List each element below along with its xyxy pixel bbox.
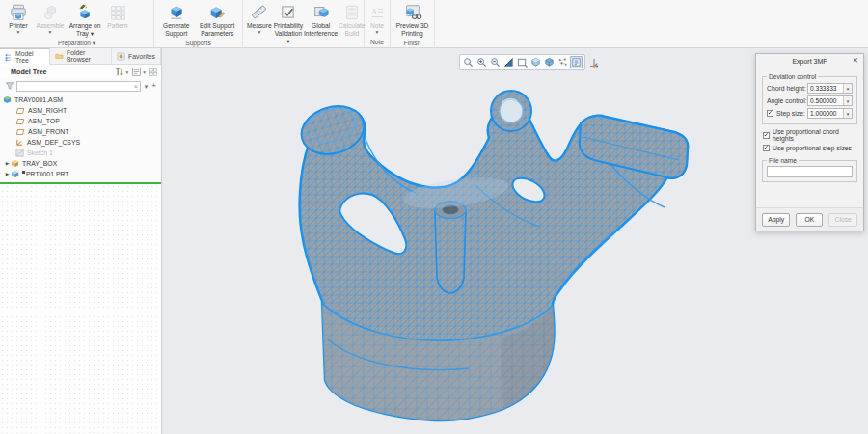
datum-plane-icon	[15, 118, 25, 125]
printer-button[interactable]: Printer ▾	[4, 2, 33, 35]
measure-button[interactable]: Measure ▾	[247, 2, 272, 35]
model-tube-ring[interactable]	[491, 91, 531, 131]
step-size-combo[interactable]: 1.000000 ▾	[807, 108, 853, 119]
file-name-legend: File name	[767, 157, 799, 164]
group-label-supports: Supports	[154, 38, 242, 48]
filter-funnel-icon[interactable]	[5, 81, 14, 91]
window-zoom-icon[interactable]	[516, 56, 529, 68]
proportional-step-sizes-checkbox[interactable]: ✓	[763, 145, 770, 151]
tree-search-box: ×	[16, 81, 141, 92]
csys-icon	[15, 138, 24, 147]
tree-empty-area	[0, 184, 161, 434]
svg-text:A: A	[371, 6, 378, 15]
datum-display-filter-icon[interactable]	[556, 56, 569, 68]
search-add-button[interactable]: +	[149, 82, 158, 90]
tree-row-sketch[interactable]: Sketch 1	[0, 148, 161, 158]
search-options-caret[interactable]: ▾	[143, 83, 150, 90]
dropdown-caret: ▾	[376, 30, 379, 36]
export-3mf-dialog: Export 3MF ✕ Deviation control Chord hei…	[755, 53, 864, 231]
tree-row-csys[interactable]: ASM_DEF_CSYS	[0, 137, 161, 148]
expand-arrow-icon[interactable]: ▶	[4, 172, 11, 176]
tree-row-datum-plane[interactable]: ASM_RIGHT	[0, 105, 161, 116]
navigator-tabs: Model Tree Folder Browser Favorites	[0, 48, 161, 65]
generate-support-icon	[167, 2, 186, 22]
printability-validation-button[interactable]: Printability Validation ▾	[274, 2, 303, 45]
chevron-down-icon[interactable]: ▾	[843, 109, 852, 118]
pattern-button: Pattern	[104, 2, 131, 30]
angle-control-label: Angle control:	[767, 97, 807, 104]
step-size-label: Step size:	[776, 110, 807, 117]
model-tree-header: Model Tree ▾ ▾	[0, 65, 161, 79]
tab-model-tree[interactable]: Model Tree	[0, 48, 50, 65]
saved-views-icon[interactable]	[529, 56, 542, 68]
edit-support-parameters-button[interactable]: Edit Support Parameters	[197, 2, 238, 38]
navigator-panel: Model Tree Folder Browser Favorites Mode…	[0, 48, 162, 434]
tree-row-datum-plane[interactable]: ASM_TOP	[0, 116, 161, 126]
tree-filters-button[interactable]	[114, 67, 124, 77]
preview-3d-printing-icon	[403, 2, 422, 22]
zoom-out-icon[interactable]	[489, 56, 502, 68]
tree-row-datum-plane[interactable]: ASM_FRONT	[0, 126, 161, 137]
tree-row-tray-box[interactable]: ▶ TRAY_BOX	[0, 158, 161, 169]
tab-folder-browser[interactable]: Folder Browser	[50, 48, 112, 64]
tree-settings-button[interactable]	[149, 68, 158, 77]
tab-favorites[interactable]: Favorites	[112, 48, 161, 64]
ribbon-group-preparation: Printer ▾ Assemble ▾ Arrange on Tray ▾	[0, 0, 154, 47]
angle-control-combo[interactable]: 0.500000 ▾	[807, 95, 853, 106]
repaint-icon[interactable]	[502, 56, 515, 68]
group-label-note: Note	[365, 37, 390, 47]
step-size-row: ✓ Step size: 1.000000 ▾	[767, 107, 853, 120]
chord-height-combo[interactable]: 0.333333 ▾	[807, 83, 853, 94]
annotations-toggle-icon[interactable]	[570, 56, 583, 68]
proportional-chord-heights-checkbox[interactable]: ✓	[763, 132, 770, 139]
dropdown-caret: ▾	[258, 30, 260, 36]
expand-arrow-icon[interactable]: ▶	[4, 161, 11, 166]
arrange-on-tray-button[interactable]: Arrange on Tray ▾	[68, 2, 102, 38]
favorites-icon	[117, 52, 125, 61]
ribbon: Printer ▾ Assemble ▾ Arrange on Tray ▾	[0, 0, 868, 48]
proportional-chord-heights-row: ✓ Use proportional chord heights	[763, 129, 857, 141]
ok-button[interactable]: OK	[796, 213, 823, 227]
chevron-down-icon[interactable]: ▾	[843, 84, 852, 93]
note-button: A Note ▾	[368, 2, 386, 35]
tree-columns-button[interactable]	[131, 67, 142, 77]
ribbon-group-finish: Preview 3D Printing Finish	[391, 0, 435, 47]
group-label-preparation[interactable]: Preparation ▾	[0, 38, 153, 48]
datum-plane-icon	[15, 128, 25, 136]
printability-validation-icon	[279, 2, 297, 22]
note-icon: A	[368, 2, 386, 22]
file-name-input[interactable]	[767, 166, 853, 177]
tree-search-input[interactable]	[17, 82, 132, 91]
part-icon	[11, 170, 19, 178]
deviation-control-legend: Deviation control	[767, 73, 818, 80]
deviation-control-group: Deviation control Chord height: 0.333333…	[762, 73, 857, 124]
chevron-down-icon[interactable]: ▾	[843, 96, 852, 105]
tree-row-assembly[interactable]: TRAY0001.ASM	[0, 95, 161, 105]
generate-support-button[interactable]: Generate Support	[158, 2, 195, 38]
pattern-icon	[109, 2, 126, 22]
global-interference-button[interactable]: Global Interference	[305, 2, 337, 38]
model-tree-icon	[5, 53, 13, 62]
edit-support-parameters-icon	[207, 2, 227, 22]
ribbon-group-supports: Generate Support Edit Support Parameters…	[154, 0, 243, 47]
group-label-finish: Finish	[391, 38, 434, 48]
zoom-in-icon[interactable]	[475, 56, 488, 68]
dropdown-caret: ▾	[49, 30, 52, 36]
dialog-titlebar[interactable]: Export 3MF ✕	[756, 54, 863, 68]
tree-columns-caret[interactable]: ▾	[143, 69, 146, 75]
folder-icon	[55, 52, 64, 60]
display-style-icon[interactable]	[543, 56, 556, 68]
apply-button[interactable]: Apply	[762, 213, 790, 227]
model-center-boss[interactable]	[435, 202, 466, 293]
tree-row-part[interactable]: ▶ PRT0001.PRT	[0, 169, 161, 179]
dialog-close-icon[interactable]: ✕	[853, 56, 858, 65]
refit-icon[interactable]	[462, 56, 475, 68]
spin-center-icon[interactable]	[588, 57, 600, 68]
preview-3d-printing-button[interactable]: Preview 3D Printing	[394, 2, 430, 38]
search-clear-icon[interactable]: ×	[132, 83, 140, 90]
calculate-build-button: Calculate Build	[339, 2, 366, 38]
proportional-chord-heights-label: Use proportional chord heights	[773, 128, 857, 142]
step-size-checkbox[interactable]: ✓	[767, 110, 773, 117]
part-icon	[11, 159, 19, 168]
tree-filters-caret[interactable]: ▾	[125, 69, 128, 75]
